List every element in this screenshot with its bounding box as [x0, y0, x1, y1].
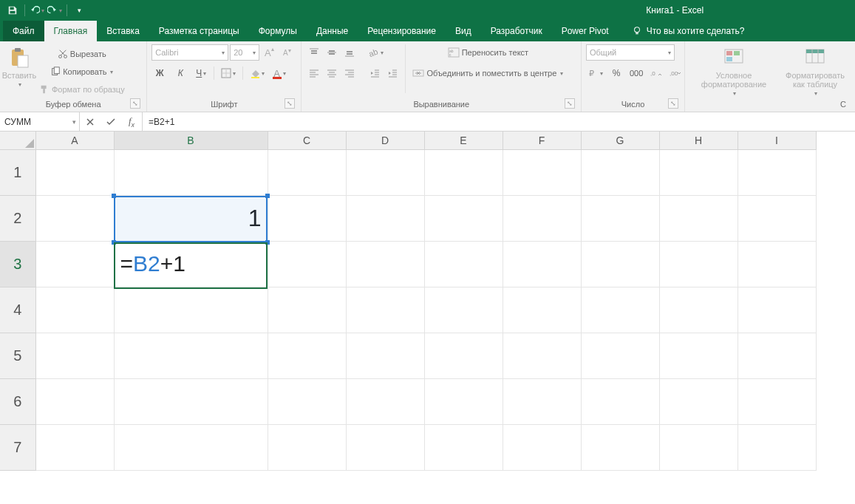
underline-button[interactable]: Ч▾ [193, 65, 209, 81]
decrease-indent-button[interactable] [367, 65, 383, 81]
cell-I3[interactable] [738, 241, 816, 287]
cell-A4[interactable] [35, 287, 114, 333]
tab-file[interactable]: Файл [3, 21, 44, 41]
cell-I4[interactable] [738, 287, 816, 333]
cell-C6[interactable] [268, 378, 346, 424]
cell-H1[interactable] [659, 149, 738, 195]
align-middle-button[interactable] [324, 44, 340, 61]
cell-G7[interactable] [581, 424, 659, 470]
insert-function-button[interactable]: fx [121, 112, 142, 131]
name-box[interactable]: СУММ ▾ [0, 112, 80, 131]
shrink-font-button[interactable]: A▾ [279, 44, 295, 61]
name-box-dropdown[interactable]: ▾ [72, 118, 76, 126]
ref-handle[interactable] [112, 240, 116, 245]
cell-A1[interactable] [35, 149, 114, 195]
merge-center-button[interactable]: Объединить и поместить в центре▾ [410, 65, 565, 81]
format-as-table-button[interactable]: Форматировать как таблицу▾ [780, 44, 851, 97]
cell-E2[interactable] [424, 195, 503, 241]
worksheet-grid[interactable]: A B C D E F G H I 1 21 3=B2+1 4 5 6 7 [0, 132, 855, 504]
cell-E4[interactable] [424, 287, 503, 333]
col-header-H[interactable]: H [659, 132, 738, 149]
align-left-button[interactable] [306, 65, 322, 81]
bold-button[interactable]: Ж [151, 65, 168, 81]
row-header-1[interactable]: 1 [0, 149, 35, 195]
cell-B3[interactable]: =B2+1 [114, 241, 268, 287]
cell-G1[interactable] [581, 149, 659, 195]
decrease-decimal-button[interactable]: ,00 [667, 65, 684, 81]
cell-A7[interactable] [35, 424, 114, 470]
redo-button[interactable]: ▾ [47, 2, 63, 18]
cell-D3[interactable] [346, 241, 424, 287]
save-button[interactable] [4, 2, 21, 18]
tab-review[interactable]: Рецензирование [358, 21, 446, 41]
cell-I5[interactable] [738, 333, 816, 378]
cell-F3[interactable] [503, 241, 581, 287]
tab-data[interactable]: Данные [307, 21, 358, 41]
cell-D5[interactable] [346, 333, 424, 378]
align-center-button[interactable] [324, 65, 340, 81]
cell-D1[interactable] [346, 149, 424, 195]
cell-D6[interactable] [346, 378, 424, 424]
tab-developer[interactable]: Разработчик [481, 21, 552, 41]
cell-I7[interactable] [738, 424, 816, 470]
borders-button[interactable]: ▾ [219, 65, 238, 81]
cell-B5[interactable] [114, 333, 268, 378]
cell-C1[interactable] [268, 149, 346, 195]
cell-C5[interactable] [268, 333, 346, 378]
percent-button[interactable]: % [608, 65, 624, 81]
tab-formulas[interactable]: Формулы [249, 21, 307, 41]
col-header-G[interactable]: G [581, 132, 659, 149]
accounting-format-button[interactable]: ₽▾ [586, 65, 605, 81]
cell-I2[interactable] [738, 195, 816, 241]
cell-C7[interactable] [268, 424, 346, 470]
select-all-corner[interactable] [0, 132, 35, 149]
row-header-3[interactable]: 3 [0, 241, 35, 287]
col-header-A[interactable]: A [35, 132, 114, 149]
copy-button[interactable]: Копировать▾ [37, 64, 127, 80]
col-header-I[interactable]: I [738, 132, 816, 149]
orientation-button[interactable]: ab▾ [367, 44, 386, 61]
cell-C2[interactable] [268, 195, 346, 241]
cell-D4[interactable] [346, 287, 424, 333]
tab-view[interactable]: Вид [446, 21, 481, 41]
number-dialog-launcher[interactable]: ⤡ [668, 98, 678, 109]
cell-A3[interactable] [35, 241, 114, 287]
row-header-5[interactable]: 5 [0, 333, 35, 378]
cell-H4[interactable] [659, 287, 738, 333]
increase-indent-button[interactable] [384, 65, 401, 81]
cell-F5[interactable] [503, 333, 581, 378]
fill-color-button[interactable]: ▾ [248, 65, 267, 81]
cell-E3[interactable] [424, 241, 503, 287]
row-header-2[interactable]: 2 [0, 195, 35, 241]
number-format-combo[interactable]: Общий▾ [586, 44, 675, 61]
cell-E6[interactable] [424, 378, 503, 424]
font-color-button[interactable]: A▾ [271, 65, 288, 81]
ref-handle[interactable] [112, 194, 116, 198]
cell-H6[interactable] [659, 378, 738, 424]
cell-I1[interactable] [738, 149, 816, 195]
cell-E1[interactable] [424, 149, 503, 195]
tell-me-search[interactable]: Что вы хотите сделать? [632, 21, 745, 41]
italic-button[interactable]: К [172, 65, 188, 81]
row-header-6[interactable]: 6 [0, 378, 35, 424]
align-bottom-button[interactable] [341, 44, 358, 61]
align-top-button[interactable] [306, 44, 322, 61]
cell-F2[interactable] [503, 195, 581, 241]
cell-A5[interactable] [35, 333, 114, 378]
cell-D7[interactable] [346, 424, 424, 470]
cell-E5[interactable] [424, 333, 503, 378]
cell-F1[interactable] [503, 149, 581, 195]
cell-G2[interactable] [581, 195, 659, 241]
cell-B6[interactable] [114, 378, 268, 424]
cell-C3[interactable] [268, 241, 346, 287]
cell-F6[interactable] [503, 378, 581, 424]
enter-formula-button[interactable] [101, 112, 121, 131]
ref-handle[interactable] [265, 240, 270, 245]
conditional-formatting-button[interactable]: Условное форматирование▾ [697, 44, 771, 97]
cell-F7[interactable] [503, 424, 581, 470]
cell-B4[interactable] [114, 287, 268, 333]
increase-decimal-button[interactable]: ,0 [648, 65, 664, 81]
cell-D2[interactable] [346, 195, 424, 241]
cell-H2[interactable] [659, 195, 738, 241]
cell-G3[interactable] [581, 241, 659, 287]
